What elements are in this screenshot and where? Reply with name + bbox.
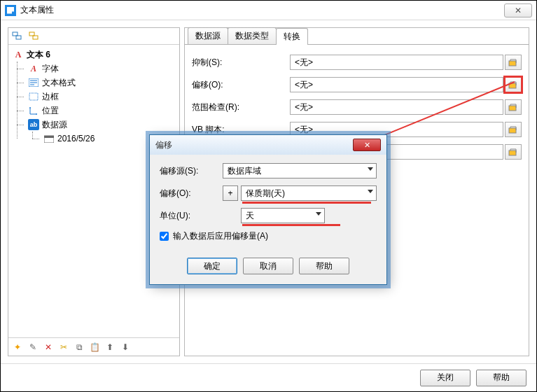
svg-rect-0	[13, 32, 18, 36]
tab-datasource[interactable]: 数据源	[188, 27, 228, 44]
dialog-body: 偏移源(S): 数据库域 偏移(O): + 保质期(天) 单位(U): 天	[150, 155, 386, 252]
wand-icon[interactable]: ✎	[27, 341, 39, 354]
dialog-footer: 确定 取消 帮助	[150, 252, 386, 284]
dialog-row-offset: 偏移(O): + 保质期(天)	[160, 186, 377, 201]
label-suppress: 抑制(S):	[192, 57, 290, 69]
label-offset: 偏移(O):	[192, 79, 290, 91]
tab-transform[interactable]: 转换	[276, 28, 308, 45]
window-title: 文本属性	[20, 4, 501, 16]
svg-rect-3	[33, 36, 38, 39]
dialog-close-button[interactable]: ✕	[353, 139, 381, 151]
svg-rect-14	[44, 136, 54, 138]
dialog-row-checkbox: 输入数据后应用偏移量(A)	[160, 230, 377, 242]
svg-rect-15	[509, 61, 516, 66]
svg-rect-16	[509, 83, 516, 88]
sidebar-top-toolbar	[8, 28, 179, 45]
close-button[interactable]: 关闭	[420, 370, 470, 386]
date-icon	[43, 133, 55, 144]
dialog-help-button[interactable]: 帮助	[299, 258, 349, 274]
dialog-checkbox-label: 输入数据后应用偏移量(A)	[173, 230, 268, 242]
paste-icon[interactable]: 📋	[88, 341, 101, 354]
tree-label: 位置	[42, 105, 59, 117]
position-icon	[28, 105, 39, 116]
text-icon: A	[13, 49, 24, 60]
dialog-apply-checkbox[interactable]	[160, 232, 169, 241]
datasource-icon: ab	[28, 119, 39, 130]
tree-root-label: 文本 6	[27, 49, 50, 61]
svg-rect-19	[509, 150, 516, 155]
chevron-down-icon	[368, 190, 373, 193]
border-icon	[28, 91, 39, 102]
tree-label: 字体	[42, 63, 59, 75]
svg-rect-8	[29, 93, 38, 100]
toolbar-icon-1[interactable]	[11, 30, 25, 43]
dialog-cancel-button[interactable]: 取消	[243, 258, 293, 274]
offset-dialog: 偏移 ✕ 偏移源(S): 数据库域 偏移(O): + 保质期(天) 单位(U):…	[149, 134, 387, 285]
row-range: 范围检查(R): <无>	[192, 99, 522, 115]
tree-item-format[interactable]: 文本格式	[25, 76, 178, 90]
toolbar-icon-2[interactable]	[28, 30, 42, 43]
expand-suppress-button[interactable]	[505, 55, 522, 70]
dialog-ok-button[interactable]: 确定	[187, 258, 237, 274]
label-range: 范围检查(R):	[192, 102, 290, 113]
expand-range-button[interactable]	[505, 99, 522, 115]
tree-root[interactable]: A 文本 6	[10, 48, 178, 62]
svg-rect-1	[16, 36, 21, 39]
row-offset: 偏移(O): <无>	[192, 77, 522, 92]
sidebar-bottom-toolbar: ✦ ✎ ✕ ✂ ⧉ 📋 ⬆ ⬇	[8, 337, 179, 356]
tree-item-font[interactable]: A 字体	[25, 62, 178, 76]
chevron-down-icon	[368, 167, 373, 171]
font-icon: A	[28, 63, 39, 74]
tree-item-border[interactable]: 边框	[25, 90, 178, 104]
app-icon	[5, 5, 16, 16]
value-offset[interactable]: <无>	[290, 77, 503, 92]
down-icon[interactable]: ⬇	[119, 341, 132, 354]
new-icon[interactable]: ✦	[11, 341, 24, 354]
tab-strip: 数据源 数据类型 转换	[185, 28, 529, 45]
dialog-select-source[interactable]: 数据库域	[223, 163, 377, 178]
svg-rect-17	[509, 106, 516, 111]
format-icon	[28, 77, 39, 88]
copy-icon[interactable]: ⧉	[73, 341, 85, 354]
expand-vbscript-button[interactable]	[505, 122, 522, 137]
dialog-row-source: 偏移源(S): 数据库域	[160, 163, 377, 178]
label-vbscript: VB 脚本:	[192, 124, 290, 136]
dialog-select-offset[interactable]: 保质期(天)	[241, 186, 377, 201]
annotation-underline	[242, 224, 340, 226]
tab-datatype[interactable]: 数据类型	[228, 27, 277, 44]
value-suppress[interactable]: <无>	[290, 55, 503, 70]
window-footer: 关闭 帮助	[1, 363, 536, 391]
expand-extra-button[interactable]	[505, 144, 522, 160]
annotation-underline	[242, 202, 371, 204]
svg-rect-18	[509, 128, 516, 133]
dialog-label-unit: 单位(U):	[160, 210, 223, 222]
tree-label: 数据源	[42, 119, 67, 131]
dialog-titlebar: 偏移 ✕	[150, 135, 386, 155]
dialog-plus-button[interactable]: +	[223, 186, 238, 201]
help-button[interactable]: 帮助	[476, 370, 526, 386]
tree-item-datasource[interactable]: ab 数据源	[25, 118, 178, 132]
close-window-button[interactable]: ✕	[504, 4, 532, 18]
row-suppress: 抑制(S): <无>	[192, 55, 522, 70]
tree-children: A 字体 文本格式 边框 位置 ab 数据源	[10, 62, 178, 146]
value-range[interactable]: <无>	[290, 99, 503, 115]
tree-label: 边框	[42, 91, 59, 103]
dialog-row-unit: 单位(U): 天	[160, 208, 377, 223]
dialog-label-source: 偏移源(S):	[160, 165, 223, 177]
up-icon[interactable]: ⬆	[104, 341, 116, 354]
dialog-title: 偏移	[155, 139, 353, 151]
expand-offset-button[interactable]	[505, 77, 522, 92]
cut-icon[interactable]: ✂	[57, 341, 70, 354]
svg-rect-2	[29, 32, 34, 36]
delete-icon[interactable]: ✕	[42, 341, 55, 354]
tree-label: 文本格式	[42, 77, 76, 89]
tree-label: 2016/5/26	[57, 134, 95, 144]
tree-item-position[interactable]: 位置	[25, 104, 178, 118]
window-titlebar: 文本属性 ✕	[1, 1, 536, 20]
chevron-down-icon	[316, 212, 321, 216]
dialog-label-offset: 偏移(O):	[160, 188, 223, 200]
dialog-select-unit[interactable]: 天	[241, 208, 325, 223]
